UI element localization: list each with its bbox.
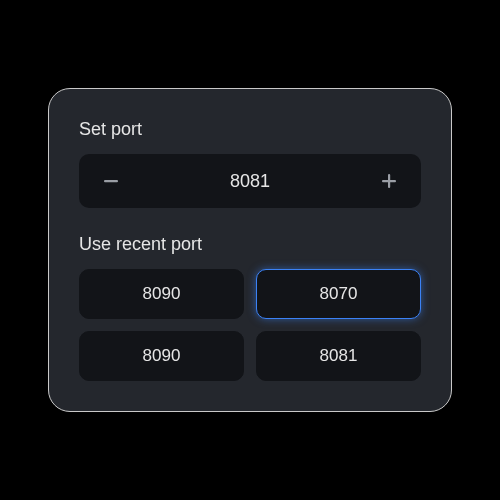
plus-icon bbox=[381, 173, 397, 189]
recent-port-label: Use recent port bbox=[79, 234, 421, 255]
minus-icon bbox=[103, 173, 119, 189]
recent-port-button[interactable]: 8081 bbox=[256, 331, 421, 381]
decrement-button[interactable] bbox=[97, 167, 125, 195]
port-value: 8081 bbox=[125, 171, 375, 192]
recent-port-button[interactable]: 8090 bbox=[79, 331, 244, 381]
svg-rect-0 bbox=[104, 180, 118, 182]
recent-port-grid: 8090 8070 8090 8081 bbox=[79, 269, 421, 381]
svg-rect-2 bbox=[388, 174, 390, 188]
recent-port-button[interactable]: 8090 bbox=[79, 269, 244, 319]
set-port-label: Set port bbox=[79, 119, 421, 140]
increment-button[interactable] bbox=[375, 167, 403, 195]
port-stepper[interactable]: 8081 bbox=[79, 154, 421, 208]
port-settings-panel: Set port 8081 Use recent port 8090 8070 … bbox=[48, 88, 452, 412]
recent-port-button[interactable]: 8070 bbox=[256, 269, 421, 319]
